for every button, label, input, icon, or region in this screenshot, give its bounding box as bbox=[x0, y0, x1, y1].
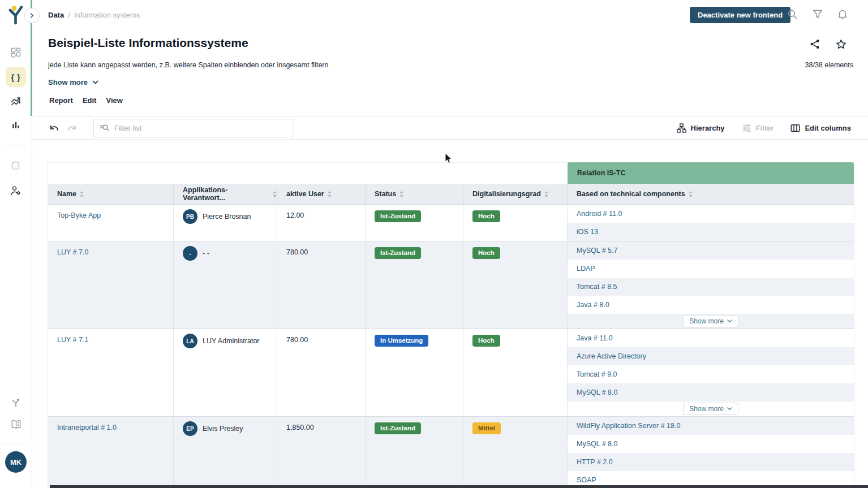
horizontal-scrollbar[interactable] bbox=[50, 485, 868, 488]
sidebar-item-dashboard[interactable] bbox=[0, 46, 32, 59]
active-users-cell: 12.00 bbox=[277, 205, 366, 241]
column-header-1[interactable]: Applikations-Verantwort... bbox=[174, 184, 277, 204]
columns-icon bbox=[790, 123, 800, 133]
sidebar-item-whats-new[interactable] bbox=[0, 396, 32, 408]
component-link[interactable]: iOS 13 bbox=[568, 223, 854, 241]
breadcrumb-current-page: Information systems bbox=[74, 11, 140, 19]
trending-lines-icon bbox=[11, 96, 21, 106]
column-header-label: Digitalisierungsgrad bbox=[472, 190, 541, 198]
sort-icon[interactable] bbox=[544, 191, 548, 197]
page-menu: Report Edit View bbox=[49, 96, 123, 105]
component-link[interactable]: Tomcat # 9.0 bbox=[568, 365, 854, 383]
star-favorite-icon[interactable] bbox=[836, 39, 846, 50]
undo-icon[interactable] bbox=[49, 123, 59, 133]
page-subtitle: jede Liste kann angepasst werden, z.B. w… bbox=[48, 61, 328, 69]
name-cell: Top-Byke App bbox=[48, 205, 174, 241]
show-more-description-button[interactable]: Show more bbox=[48, 78, 98, 87]
sidebar-item-charts[interactable] bbox=[0, 119, 32, 131]
is-name-link[interactable]: Intranetportal # 1.0 bbox=[57, 424, 117, 431]
menu-edit[interactable]: Edit bbox=[83, 96, 97, 105]
menu-view[interactable]: View bbox=[106, 96, 122, 105]
component-link[interactable]: Java # 8.0 bbox=[568, 296, 854, 314]
owner-avatar: EP bbox=[183, 421, 197, 436]
sidebar-item-data[interactable]: { } bbox=[0, 67, 32, 87]
show-more-components-button[interactable]: Show more bbox=[683, 315, 738, 327]
component-link[interactable]: LDAP bbox=[568, 260, 854, 278]
name-cell: Intranetportal # 1.0 bbox=[48, 417, 174, 488]
owner-cell: -- - bbox=[174, 241, 277, 329]
owner-avatar: PB bbox=[183, 209, 197, 224]
edit-columns-button[interactable]: Edit columns bbox=[790, 123, 851, 133]
sidebar-item-docs[interactable] bbox=[0, 417, 32, 431]
hierarchy-label: Hierarchy bbox=[691, 124, 725, 132]
component-link[interactable]: MySQL # 5.7 bbox=[568, 241, 854, 260]
column-header-0[interactable]: Name bbox=[48, 184, 174, 204]
is-name-link[interactable]: LUY # 7.1 bbox=[57, 336, 88, 344]
component-link[interactable]: WildFly Application Server # 18.0 bbox=[568, 417, 854, 435]
component-link[interactable]: MySQL # 8.0 bbox=[568, 435, 854, 453]
column-header-4[interactable]: Digitalisierungsgrad bbox=[463, 184, 568, 204]
table-row[interactable]: LUY # 7.0-- -780.00Ist-ZustandHochMySQL … bbox=[48, 241, 854, 329]
bar-chart-icon bbox=[11, 120, 20, 129]
name-cell: LUY # 7.0 bbox=[48, 241, 174, 329]
filter-list-input[interactable] bbox=[113, 123, 288, 133]
digitalisierungsgrad-badge: Hoch bbox=[472, 335, 500, 347]
chevron-down-icon bbox=[727, 319, 732, 323]
table-row[interactable]: Top-Byke AppPBPierce Brosnan12.00Ist-Zus… bbox=[48, 205, 854, 241]
column-header-3[interactable]: Status bbox=[366, 184, 463, 204]
elements-count: 38/38 elements bbox=[805, 61, 853, 69]
hierarchy-button[interactable]: Hierarchy bbox=[677, 123, 725, 133]
column-header-5[interactable]: Based on technical components bbox=[568, 184, 854, 204]
status-badge: Ist-Zustand bbox=[375, 247, 421, 259]
sliders-icon bbox=[742, 123, 751, 133]
is-name-link[interactable]: Top-Byke App bbox=[57, 211, 101, 219]
status-badge: Ist-Zustand bbox=[375, 210, 421, 222]
filter-button[interactable]: Filter bbox=[742, 123, 774, 133]
show-more-label: Show more bbox=[48, 78, 88, 87]
owner-name: LUY Administrator bbox=[203, 334, 260, 345]
component-link[interactable]: MySQL # 8.0 bbox=[568, 383, 854, 401]
digitalisierungsgrad-badge: Mittel bbox=[472, 422, 501, 434]
components-cell: MySQL # 5.7LDAPTomcat # 8.5Java # 8.0Sho… bbox=[568, 241, 854, 329]
filter-search-icon bbox=[100, 123, 109, 133]
menu-report[interactable]: Report bbox=[49, 96, 73, 105]
sidebar-item-plugins[interactable] bbox=[0, 159, 32, 172]
user-menu[interactable]: MK bbox=[0, 451, 32, 473]
sort-icon[interactable] bbox=[80, 191, 84, 197]
component-link[interactable]: Android # 11.0 bbox=[568, 205, 854, 223]
title-actions bbox=[810, 39, 846, 50]
table-row[interactable]: LUY # 7.1LALUY Administrator780.00In Ums… bbox=[48, 329, 854, 416]
notifications-bell-icon[interactable] bbox=[837, 9, 848, 20]
search-icon[interactable] bbox=[787, 9, 798, 20]
sidebar-item-reports[interactable] bbox=[0, 95, 32, 107]
is-name-link[interactable]: LUY # 7.0 bbox=[57, 248, 88, 256]
user-avatar: MK bbox=[5, 451, 27, 473]
filter-label: Filter bbox=[756, 124, 774, 132]
chevron-down-icon bbox=[727, 407, 732, 411]
sort-icon[interactable] bbox=[689, 191, 693, 197]
filter-funnel-icon[interactable] bbox=[813, 9, 823, 20]
column-header-label: Name bbox=[57, 190, 76, 198]
component-link[interactable]: HTTP # 2.0 bbox=[568, 453, 854, 471]
curly-braces-icon: { } bbox=[6, 67, 26, 87]
sort-icon[interactable] bbox=[399, 191, 403, 197]
sidebar: { } bbox=[0, 0, 32, 488]
show-more-components-button[interactable]: Show more bbox=[683, 403, 738, 415]
share-icon[interactable] bbox=[810, 39, 820, 50]
redo-icon[interactable] bbox=[67, 123, 78, 133]
component-link[interactable]: Azure Active Directory bbox=[568, 347, 854, 365]
column-header-2[interactable]: aktive User bbox=[277, 184, 366, 204]
sort-icon[interactable] bbox=[328, 191, 332, 197]
sidebar-item-user-admin[interactable] bbox=[0, 184, 32, 197]
table-row[interactable]: Intranetportal # 1.0EPElvis Presley1,850… bbox=[48, 416, 854, 488]
deactivate-frontend-button[interactable]: Deactivate new frontend bbox=[690, 7, 790, 23]
owner-avatar: LA bbox=[183, 334, 197, 348]
component-link[interactable]: Java # 11.0 bbox=[568, 329, 854, 347]
sidebar-collapse-button[interactable] bbox=[24, 8, 40, 23]
status-cell: In Umsetzung bbox=[366, 329, 463, 416]
sidebar-divider bbox=[5, 145, 26, 145]
column-header-label: Status bbox=[375, 190, 396, 198]
sort-icon[interactable] bbox=[273, 191, 277, 197]
breadcrumb-data[interactable]: Data bbox=[48, 11, 64, 19]
component-link[interactable]: Tomcat # 8.5 bbox=[568, 278, 854, 296]
